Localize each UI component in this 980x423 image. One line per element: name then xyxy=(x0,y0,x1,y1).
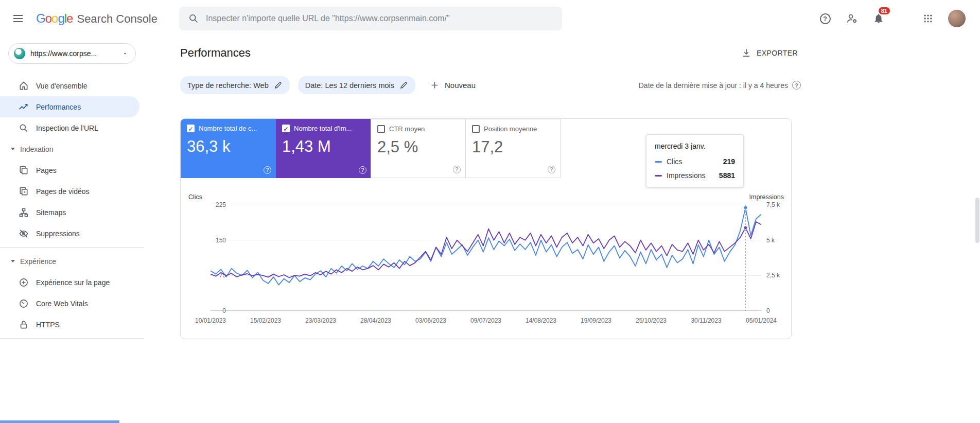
sidebar-item-label: Suppressions xyxy=(36,230,80,238)
x-axis-labels: 10/01/2023 15/02/2023 23/03/2023 28/04/2… xyxy=(211,317,761,329)
right-axis-title: Impressions xyxy=(749,193,784,201)
page-experience-icon xyxy=(19,277,29,288)
property-label: https://www.corpse... xyxy=(30,49,117,58)
help-icon[interactable]: ? xyxy=(453,166,461,173)
section-label: Expérience xyxy=(20,257,56,266)
position-value: 17,2 xyxy=(472,138,554,156)
sidebar-divider xyxy=(0,338,144,339)
sidebar-item-label: HTTPS xyxy=(36,321,60,329)
sidebar-item-page-experience[interactable]: Expérience sur la page xyxy=(0,272,144,293)
property-selector[interactable]: https://www.corpse... xyxy=(8,43,136,64)
speedometer-icon xyxy=(19,298,29,309)
metric-card-total-clicks[interactable]: ✓ Nombre total de c... 36,3 k ? xyxy=(181,119,276,178)
help-icon[interactable]: ? xyxy=(792,81,801,90)
sidebar-divider xyxy=(0,247,144,248)
user-avatar[interactable] xyxy=(948,10,966,27)
left-axis-title: Clics xyxy=(188,193,202,201)
hamburger-menu-icon[interactable] xyxy=(13,13,26,24)
page-scrollbar[interactable] xyxy=(975,0,980,423)
date-filter-chip[interactable]: Date: Les 12 derniers mois xyxy=(298,76,415,94)
right-axis-ticks: 7,5 k 5 k 2,5 k 0 xyxy=(766,205,786,311)
sidebar-item-label: Core Web Vitals xyxy=(36,299,88,308)
notification-count-badge: 81 xyxy=(878,6,891,15)
product-name: Search Console xyxy=(77,12,157,26)
sidebar-item-overview[interactable]: Vue d'ensemble xyxy=(0,75,144,96)
top-bar: Google Search Console ? 81 xyxy=(0,0,980,37)
account-settings-button[interactable] xyxy=(845,12,859,25)
sidebar-item-label: Vue d'ensemble xyxy=(36,82,87,90)
google-apps-button[interactable] xyxy=(921,12,935,25)
sidebar-item-performances[interactable]: Performances xyxy=(0,96,139,117)
performance-panel: ✓ Nombre total de c... 36,3 k ? ✓ Nombre… xyxy=(180,118,792,339)
manage-accounts-icon xyxy=(846,12,858,25)
sidebar-item-video-pages[interactable]: Pages de vidéos xyxy=(0,181,144,202)
google-logo-word: Google xyxy=(36,11,73,26)
notifications-button[interactable]: 81 xyxy=(872,12,885,25)
tooltip-date: mercredi 3 janv. xyxy=(655,142,735,150)
clicks-series-swatch xyxy=(655,161,662,163)
page-title: Performances xyxy=(180,46,251,60)
chevron-down-icon xyxy=(11,148,15,150)
edit-pencil-icon xyxy=(274,81,283,90)
ctr-value: 2,5 % xyxy=(377,138,459,156)
chart-plot-area[interactable] xyxy=(211,205,761,311)
chevron-down-icon xyxy=(122,50,128,57)
scrollbar-thumb[interactable] xyxy=(975,198,979,243)
sidebar-item-label: Pages de vidéos xyxy=(36,187,90,196)
sidebar-item-label: Inspection de l'URL xyxy=(36,124,98,132)
section-label: Indexation xyxy=(20,145,54,153)
sidebar-item-pages[interactable]: Pages xyxy=(0,160,144,181)
search-icon xyxy=(188,13,199,24)
help-icon[interactable]: ? xyxy=(359,166,366,174)
sidebar-section-indexation[interactable]: Indexation xyxy=(0,138,144,160)
video-pages-icon xyxy=(19,186,29,197)
main-content: Performances EXPORTER Type de recherche:… xyxy=(144,37,980,423)
sidebar-item-label: Sitemaps xyxy=(36,208,66,217)
new-filter-button[interactable]: Nouveau xyxy=(430,80,476,90)
home-icon xyxy=(19,81,29,91)
help-icon[interactable]: ? xyxy=(264,166,271,174)
chart-tooltip: mercredi 3 janv. Clics 219 Impressions 5… xyxy=(646,134,744,187)
clicks-checkbox[interactable]: ✓ xyxy=(187,125,195,132)
clicks-value: 36,3 k xyxy=(187,137,270,156)
search-type-filter-chip[interactable]: Type de recherche: Web xyxy=(180,76,290,94)
sidebar-item-sitemaps[interactable]: Sitemaps xyxy=(0,202,144,223)
app-logo[interactable]: Google Search Console xyxy=(36,11,157,26)
help-icon: ? xyxy=(820,13,831,24)
help-icon[interactable]: ? xyxy=(548,166,555,173)
property-favicon xyxy=(14,48,25,59)
trending-up-icon xyxy=(19,102,29,112)
sidebar-item-label: Performances xyxy=(36,103,81,111)
pages-icon xyxy=(19,165,29,175)
lock-icon xyxy=(19,320,29,330)
url-inspection-input[interactable] xyxy=(206,14,553,23)
metric-card-total-impressions[interactable]: ✓ Nombre total d'im... 1,43 M ? xyxy=(276,119,371,178)
sidebar-item-url-inspection[interactable]: Inspection de l'URL xyxy=(0,117,144,138)
apps-grid-icon xyxy=(923,13,933,24)
edit-pencil-icon xyxy=(399,81,408,90)
sidebar-item-label: Pages xyxy=(36,166,57,174)
sidebar-item-label: Expérience sur la page xyxy=(36,278,110,287)
help-button[interactable]: ? xyxy=(818,12,832,25)
url-inspection-searchbar[interactable] xyxy=(179,7,562,30)
sidebar-item-removals[interactable]: Suppressions xyxy=(0,223,144,244)
impressions-series-swatch xyxy=(655,175,662,177)
impressions-checkbox[interactable]: ✓ xyxy=(282,125,290,132)
plus-icon xyxy=(430,80,440,90)
position-checkbox[interactable] xyxy=(472,125,480,133)
search-icon xyxy=(19,123,29,133)
metric-card-avg-position[interactable]: Position moyenne 17,2 ? xyxy=(465,119,561,178)
ctr-checkbox[interactable] xyxy=(377,125,385,133)
export-button[interactable]: EXPORTER xyxy=(741,48,798,58)
performance-chart-svg xyxy=(211,205,761,311)
metric-card-avg-ctr[interactable]: CTR moyen 2,5 % ? xyxy=(371,119,466,178)
sidebar-item-https[interactable]: HTTPS xyxy=(0,314,144,335)
left-axis-ticks: 225 150 75 0 xyxy=(187,205,206,311)
sitemaps-icon xyxy=(19,207,29,218)
last-update-info: Date de la dernière mise à jour : il y a… xyxy=(639,81,801,90)
visibility-off-icon xyxy=(19,228,29,239)
performance-chart[interactable]: Clics Impressions 225 150 75 0 7,5 k 5 k… xyxy=(181,205,791,329)
impressions-value: 1,43 M xyxy=(282,137,365,156)
sidebar-section-experience[interactable]: Expérience xyxy=(0,251,144,272)
sidebar-item-core-web-vitals[interactable]: Core Web Vitals xyxy=(0,293,144,314)
